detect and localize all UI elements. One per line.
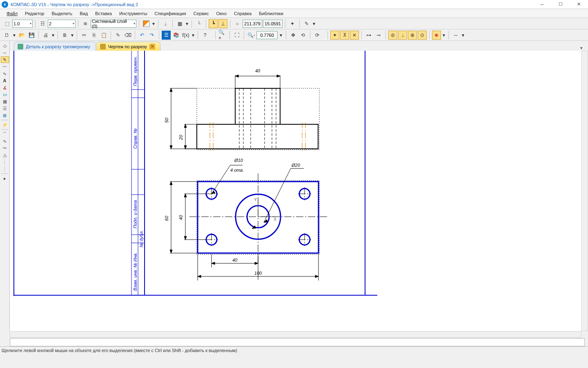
snap-dd[interactable]: ▾	[442, 31, 446, 40]
menu-editor[interactable]: Редактор	[22, 10, 47, 17]
snap-tan-button[interactable]: ⊘	[388, 31, 397, 40]
menu-help[interactable]: Справка	[231, 10, 255, 17]
menu-insert[interactable]: Вставка	[92, 10, 115, 17]
manager-button[interactable]: ☰	[162, 31, 171, 40]
menu-tools[interactable]: Инструменты	[116, 10, 151, 17]
lt-annot-icon[interactable]: ✎	[1, 56, 9, 63]
lt-assoc-icon[interactable]: ▭	[1, 91, 9, 98]
paste-button[interactable]: 📋	[99, 31, 108, 40]
vars-button[interactable]: f(x)	[181, 31, 190, 40]
menu-select[interactable]: Выделить	[48, 10, 76, 17]
lt-more2-icon[interactable]: ┊	[1, 166, 9, 172]
undo-button[interactable]: ↶	[138, 31, 147, 40]
lt-more-icon[interactable]: ┊	[1, 159, 9, 165]
copy-button[interactable]: ⎘	[89, 31, 98, 40]
tab-dropdown[interactable]: ▾	[577, 45, 586, 51]
color-button[interactable]	[142, 19, 151, 28]
ucs-button[interactable]: └	[194, 19, 203, 28]
coord-x-input[interactable]	[243, 20, 262, 28]
menu-libraries[interactable]: Библиотеки	[256, 10, 287, 17]
minimize-button[interactable]: ─	[533, 0, 551, 9]
lt-spec-icon[interactable]: ☰	[1, 105, 9, 112]
vars-dd[interactable]: ▾	[191, 31, 195, 40]
lt-break-icon[interactable]: ⚡	[1, 121, 9, 128]
lt-bezier-icon[interactable]: 〜	[1, 145, 9, 151]
dim-button[interactable]: ⟂	[161, 19, 170, 28]
props-button[interactable]: ✎	[114, 31, 122, 40]
menu-service[interactable]: Сервис	[190, 10, 212, 17]
lt-dim-icon[interactable]: ↔	[1, 49, 9, 56]
delete-button[interactable]: ⌫	[123, 31, 132, 40]
snap-int-button[interactable]: ✕	[350, 31, 359, 40]
scale-select[interactable]: 1.0▾	[12, 20, 33, 28]
view-select[interactable]: 2▾	[48, 20, 76, 28]
preview-dd[interactable]: ▾	[70, 31, 74, 40]
highlight-dd[interactable]: ▾	[312, 19, 316, 28]
snap-center-button[interactable]: ⊕	[408, 31, 417, 40]
snap-touch-button[interactable]: ⊸	[374, 31, 383, 40]
layer-select[interactable]: Системный слой (0)▾	[91, 20, 136, 28]
zoom-prev-button[interactable]: ⟲	[298, 31, 307, 40]
new-button[interactable]: 🗋	[2, 31, 11, 40]
pan-button[interactable]: ✥	[289, 31, 298, 40]
zoom-dd[interactable]: ▾	[278, 31, 283, 40]
open-button[interactable]: 📂	[17, 31, 26, 40]
grid-dd[interactable]: ▾	[185, 19, 189, 28]
preview-button[interactable]: 🗎	[60, 31, 69, 40]
zoom-in-button[interactable]: 🔍+	[218, 31, 227, 40]
snap-end-button[interactable]: ✦	[330, 31, 339, 40]
new-dd[interactable]: ▾	[12, 31, 16, 40]
redo-button[interactable]: ↷	[147, 31, 156, 40]
lt-select-icon[interactable]: ∡	[1, 84, 9, 91]
lt-meas-icon[interactable]: A	[1, 77, 9, 84]
snap-norm-button[interactable]: ⟂	[398, 31, 407, 40]
lt-arc-icon[interactable]: ⌒	[1, 131, 9, 137]
highlight-button[interactable]: ✎	[302, 19, 311, 28]
snap-perp-button[interactable]: ⊥	[218, 19, 227, 28]
snap-grid-button[interactable]: ◉	[432, 31, 441, 40]
round-button[interactable]: ○	[233, 19, 242, 28]
snap-off-dd[interactable]: ▾	[461, 31, 465, 40]
snap-off-button[interactable]: ─	[451, 31, 460, 40]
menu-window[interactable]: Окно	[213, 10, 230, 17]
lt-expand-icon[interactable]: ▸	[1, 175, 9, 182]
lt-edit-icon[interactable]: 〰	[1, 63, 9, 70]
lt-geom-icon[interactable]: ◇	[1, 43, 9, 49]
ortho-button[interactable]: ┗	[209, 19, 218, 28]
lt-view-icon[interactable]: ▦	[1, 98, 9, 105]
doc-tab-2[interactable]: Чертеж по разрезу ✕	[96, 42, 160, 51]
redraw-button[interactable]: ⟳	[313, 31, 322, 40]
snap-point-button[interactable]: ⊙	[418, 31, 427, 40]
snap-near-button[interactable]: ⊶	[364, 31, 373, 40]
command-input[interactable]	[10, 338, 585, 346]
tab-close-icon[interactable]: ✕	[149, 44, 155, 49]
layers-button[interactable]: ≋	[81, 19, 90, 28]
menu-spec[interactable]: Спецификация	[151, 10, 189, 17]
doc-tab-1[interactable]: Деталь к разрезу трехмерному	[14, 42, 96, 51]
zoom-fit-button[interactable]: ⛶	[232, 31, 241, 40]
state-button[interactable]: ⬚	[2, 19, 11, 28]
lt-angle-icon[interactable]: △	[1, 152, 9, 158]
print-dd[interactable]: ▾	[51, 31, 55, 40]
print-button[interactable]: 🖨	[41, 31, 50, 40]
menu-file[interactable]: Файл	[3, 10, 21, 17]
lt-spline-icon[interactable]: ∿	[1, 138, 9, 144]
library-button[interactable]: 📚	[172, 31, 180, 40]
coord-y-input[interactable]	[263, 20, 283, 28]
horizontal-scrollbar[interactable]	[10, 331, 581, 338]
maximize-button[interactable]: ☐	[551, 0, 570, 9]
zoom-out-button[interactable]: 🔍-	[247, 31, 256, 40]
menu-view[interactable]: Вид	[76, 10, 91, 17]
vertical-scrollbar[interactable]	[581, 51, 588, 331]
save-button[interactable]: 💾	[27, 31, 36, 40]
color-dd[interactable]: ▾	[151, 19, 156, 28]
help-button[interactable]: ?	[200, 31, 209, 40]
lt-param-icon[interactable]: ∿	[1, 70, 9, 77]
zoom-input[interactable]	[256, 31, 278, 39]
snap-mid-button[interactable]: ⊼	[340, 31, 349, 40]
layer-button[interactable]: ☷	[38, 19, 47, 28]
cursor-settings-button[interactable]: ✦	[288, 19, 297, 28]
grid-button[interactable]: ▦	[175, 19, 184, 28]
close-button[interactable]: ✕	[570, 0, 588, 9]
lt-report-icon[interactable]: ⊞	[1, 112, 9, 119]
